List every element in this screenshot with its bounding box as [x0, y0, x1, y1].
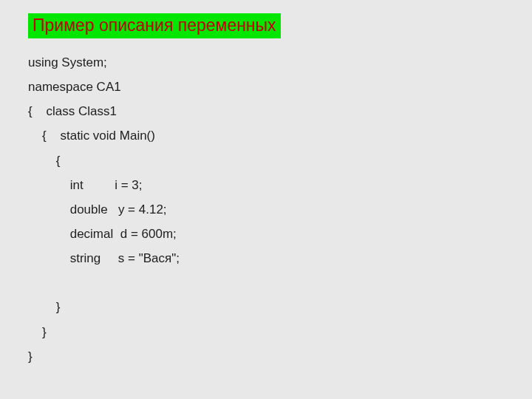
- code-line: }: [28, 344, 532, 369]
- code-line: int i = 3;: [28, 173, 532, 197]
- code-block: using System; namespace CA1 { class Clas…: [28, 50, 532, 369]
- code-line: using System;: [28, 50, 532, 75]
- slide-title: Пример описания переменных: [28, 13, 281, 38]
- code-line: string s = "Вася";: [28, 246, 532, 270]
- code-line: namespace CA1: [28, 75, 532, 99]
- code-line: }: [28, 320, 532, 344]
- code-line: { class Class1: [28, 99, 532, 123]
- code-line: decimal d = 600m;: [28, 222, 532, 246]
- code-line: }: [28, 295, 532, 319]
- code-line: {: [28, 149, 532, 173]
- code-line: double y = 4.12;: [28, 197, 532, 222]
- code-line-blank: [28, 270, 532, 295]
- code-line: { static void Main(): [28, 123, 532, 148]
